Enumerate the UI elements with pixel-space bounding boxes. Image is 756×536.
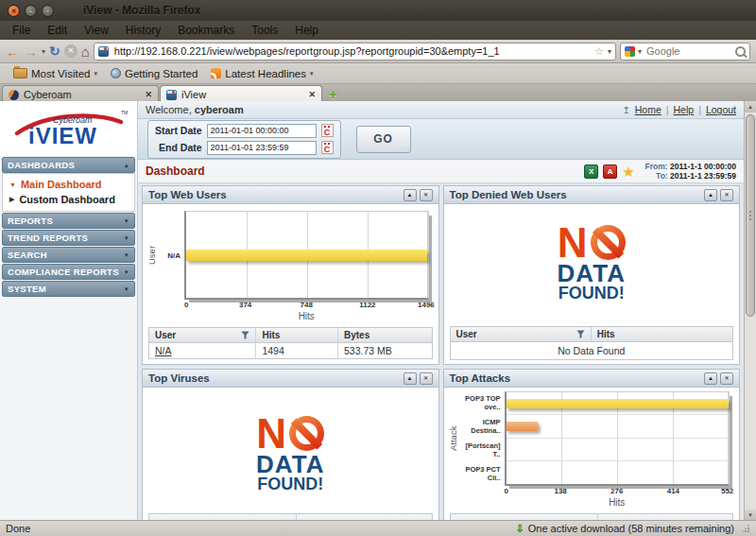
favorite-star-icon[interactable]: ★ xyxy=(622,165,634,178)
back-button[interactable]: ← xyxy=(6,44,20,59)
date-controls-bar: Start Date C End Date C GO xyxy=(138,119,744,160)
denied-web-users-table: User Hits No Data Found xyxy=(450,326,734,360)
page-scrollbar[interactable]: ▲ ▼ xyxy=(744,101,756,521)
scrollbar-track[interactable] xyxy=(745,112,756,510)
user-link[interactable]: N/A xyxy=(155,345,172,356)
chart-bar-pop3-top[interactable] xyxy=(507,399,730,408)
download-status-text: One active download (58 minutes remainin… xyxy=(528,523,734,534)
resize-grip[interactable] xyxy=(742,525,750,533)
y-axis-ticks: N/A xyxy=(160,211,184,300)
scroll-up-button[interactable]: ▲ xyxy=(745,101,756,112)
bookmark-latest-headlines[interactable]: Latest Headlines ▾ xyxy=(207,68,317,79)
menu-edit[interactable]: Edit xyxy=(39,23,76,38)
tab-close-icon[interactable]: ✕ xyxy=(308,90,316,99)
window-minimize-button[interactable]: – xyxy=(25,5,37,17)
export-pdf-icon[interactable]: A xyxy=(603,164,617,179)
bookmark-most-visited[interactable]: Most Visited ▾ xyxy=(9,68,101,79)
help-link[interactable]: Help xyxy=(674,104,695,115)
forward-button[interactable]: → xyxy=(24,44,38,59)
reload-button[interactable]: ↻ xyxy=(49,44,60,59)
panel-top-denied-web-users: Top Denied Web Users ▲ ✕ N DATA xyxy=(443,185,741,365)
url-dropdown-icon[interactable]: ▾ xyxy=(608,47,611,56)
home-link[interactable]: Home xyxy=(635,104,662,115)
column-user[interactable]: User xyxy=(451,327,592,341)
menu-bookmarks[interactable]: Bookmarks xyxy=(169,23,243,38)
url-bar[interactable]: ☆ ▾ xyxy=(94,43,616,61)
panel-header: Top Viruses ▲ ✕ xyxy=(143,370,438,388)
section-label: SYSTEM xyxy=(8,284,46,294)
panel-title: Top Web Users xyxy=(148,189,227,200)
panel-close-button[interactable]: ✕ xyxy=(420,372,433,385)
sidebar-section-system[interactable]: SYSTEM ▼ xyxy=(2,281,135,297)
y-tick: N/A xyxy=(167,251,180,260)
scroll-top-icon[interactable]: ↥ xyxy=(622,105,629,115)
export-excel-icon[interactable]: X xyxy=(584,164,598,179)
sidebar-item-main-dashboard[interactable]: ▼ Main Dashboard xyxy=(3,177,134,192)
iview-favicon xyxy=(166,90,177,100)
plot-area xyxy=(184,211,429,300)
sidebar-section-search[interactable]: SEARCH ▼ xyxy=(2,247,135,263)
panel-title: Top Viruses xyxy=(148,372,210,384)
column-bytes[interactable]: Bytes xyxy=(338,328,432,342)
filter-funnel-icon[interactable] xyxy=(241,331,249,339)
window-maximize-button[interactable]: ▫ xyxy=(42,5,54,17)
search-icon[interactable] xyxy=(735,46,746,57)
sidebar-section-trend-reports[interactable]: TREND REPORTS ▼ xyxy=(2,230,135,246)
panel-collapse-button[interactable]: ▲ xyxy=(704,372,717,385)
start-date-input[interactable] xyxy=(207,124,317,138)
go-button[interactable]: GO xyxy=(356,126,411,153)
column-user[interactable]: User xyxy=(149,328,256,342)
attacks-chart: Attack POP3 TOPove.. ICMP Destina.. [Por… xyxy=(448,391,730,509)
caret-down-icon: ▼ xyxy=(124,235,129,241)
panel-collapse-button[interactable]: ▲ xyxy=(704,189,717,201)
bookmarks-toolbar: Most Visited ▾ Getting Started Latest He… xyxy=(0,63,756,84)
search-bar[interactable]: ▾ xyxy=(620,43,750,61)
logout-link[interactable]: Logout xyxy=(706,104,736,115)
calendar-icon[interactable]: C xyxy=(321,124,334,137)
panel-close-button[interactable]: ✕ xyxy=(420,189,433,201)
no-data-found-text: FOUND! xyxy=(558,285,626,303)
home-button[interactable]: ⌂ xyxy=(81,44,90,59)
sidebar-section-dashboards[interactable]: DASHBOARDS ▲ xyxy=(2,157,135,173)
search-input[interactable] xyxy=(644,44,732,58)
chart-bar-icmp[interactable] xyxy=(507,422,539,431)
titlebar: ✕ – ▫ iView - Mozilla Firefox xyxy=(0,0,756,21)
column-hits[interactable]: Hits xyxy=(592,327,732,341)
scrollbar-thumb[interactable] xyxy=(746,114,755,317)
bookmark-getting-started[interactable]: Getting Started xyxy=(107,68,201,79)
filter-funnel-icon[interactable] xyxy=(576,330,585,338)
stop-button[interactable]: ✕ xyxy=(64,44,77,58)
panel-close-button[interactable]: ✕ xyxy=(720,372,733,385)
table-header: User Hits Bytes xyxy=(149,328,432,343)
menu-view[interactable]: View xyxy=(76,23,117,38)
chart-bar-na[interactable] xyxy=(186,250,427,261)
menu-tools[interactable]: Tools xyxy=(243,23,286,38)
section-label: DASHBOARDS xyxy=(8,160,75,170)
navigation-toolbar: ← → ▾ ↻ ✕ ⌂ ☆ ▾ ▾ xyxy=(0,40,756,63)
panel-collapse-button[interactable]: ▲ xyxy=(404,189,417,201)
calendar-icon[interactable]: C xyxy=(321,141,334,154)
sidebar-section-compliance-reports[interactable]: COMPLIANCE REPORTS ▼ xyxy=(2,264,135,280)
panel-close-button[interactable]: ✕ xyxy=(720,189,733,201)
column-hits[interactable]: Hits xyxy=(256,328,338,342)
window-close-button[interactable]: ✕ xyxy=(8,5,20,17)
x-tick: 1122 xyxy=(359,301,375,309)
google-icon xyxy=(625,46,635,57)
history-dropdown-icon[interactable]: ▾ xyxy=(42,47,45,56)
panel-collapse-button[interactable]: ▲ xyxy=(404,372,417,385)
download-status[interactable]: ⇩ One active download (58 minutes remain… xyxy=(516,523,751,534)
sidebar-section-reports[interactable]: REPORTS ▼ xyxy=(2,213,135,229)
menu-history[interactable]: History xyxy=(117,23,169,38)
menu-file[interactable]: File xyxy=(4,23,39,38)
url-input[interactable] xyxy=(112,44,591,58)
bookmark-star-icon[interactable]: ☆ xyxy=(594,45,604,58)
panel-header: Top Web Users ▲ ✕ xyxy=(143,186,438,204)
sidebar-item-custom-dashboard[interactable]: ▶ Custom Dashboard xyxy=(3,192,134,207)
menu-help[interactable]: Help xyxy=(286,23,327,38)
section-label: TREND REPORTS xyxy=(8,233,88,243)
tab-close-icon[interactable]: ✕ xyxy=(145,90,152,99)
x-axis-label: Hits xyxy=(505,496,730,509)
end-date-input[interactable] xyxy=(207,141,317,155)
separator: | xyxy=(698,104,701,115)
search-engine-dropdown-icon[interactable]: ▾ xyxy=(638,47,642,56)
